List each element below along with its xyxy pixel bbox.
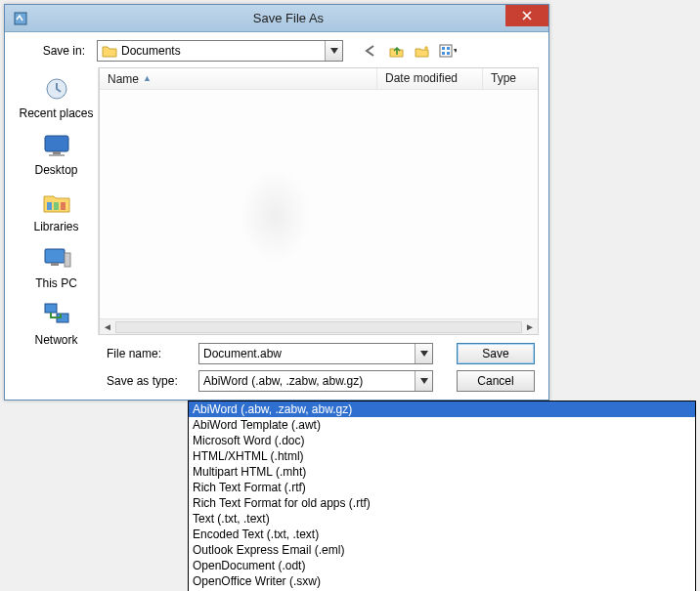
save-in-combo[interactable]: Documents [97, 40, 343, 62]
savetype-combo[interactable]: AbiWord (.abw, .zabw, abw.gz) [198, 370, 433, 392]
type-option[interactable]: AbiWord (.abw, .zabw, abw.gz) [189, 401, 695, 417]
bottom-controls: File name: Document.abw Save Save as typ… [15, 343, 539, 392]
up-folder-icon[interactable] [388, 42, 406, 60]
place-desktop[interactable]: Desktop [18, 126, 96, 181]
type-option[interactable]: Encoded Text (.txt, .text) [189, 527, 695, 542]
scroll-track[interactable] [115, 321, 522, 333]
libraries-icon [41, 187, 72, 218]
place-libraries[interactable]: Libraries [18, 183, 96, 237]
place-label: Recent places [19, 106, 93, 120]
close-button[interactable] [505, 5, 548, 26]
type-option[interactable]: Outlook Express Email (.eml) [189, 542, 695, 558]
filename-combo[interactable]: Document.abw [198, 343, 433, 364]
svg-rect-12 [61, 202, 66, 210]
savetype-dropdown-list[interactable]: AbiWord (.abw, .zabw, abw.gz) AbiWord Te… [188, 401, 696, 591]
places-sidebar: Recent places Desktop Libraries [15, 67, 99, 335]
place-thispc[interactable]: This PC [18, 239, 96, 294]
save-in-dropdown-button[interactable] [325, 41, 342, 61]
titlebar[interactable]: Save File As [5, 5, 548, 32]
svg-rect-2 [442, 47, 445, 50]
save-in-value: Documents [121, 44, 325, 58]
svg-rect-4 [442, 52, 445, 55]
svg-rect-5 [447, 52, 450, 55]
network-icon [41, 300, 72, 331]
column-headers: Name ▲ Date modified Type [100, 68, 538, 90]
place-label: This PC [35, 276, 77, 290]
documents-folder-icon [102, 43, 117, 59]
new-folder-icon[interactable] [414, 42, 431, 60]
horizontal-scrollbar[interactable]: ◄ ► [100, 318, 538, 334]
filename-row: File name: Document.abw Save [15, 343, 539, 364]
svg-rect-9 [49, 154, 65, 156]
svg-rect-11 [54, 202, 59, 210]
window-title: Save File As [28, 11, 548, 25]
file-list-body[interactable] [100, 90, 538, 318]
save-in-row: Save in: Documents [15, 40, 539, 62]
type-option[interactable]: Multipart HTML (.mht) [189, 464, 695, 480]
cancel-button[interactable]: Cancel [457, 370, 535, 392]
save-button[interactable]: Save [457, 343, 535, 364]
svg-rect-14 [51, 263, 59, 266]
svg-rect-13 [45, 249, 65, 263]
type-option[interactable]: Text (.txt, .text) [189, 511, 695, 527]
scroll-right-arrow[interactable]: ► [522, 321, 538, 332]
svg-rect-10 [47, 202, 52, 210]
scroll-left-arrow[interactable]: ◄ [100, 321, 115, 332]
type-option[interactable]: Microsoft Word (.doc) [189, 433, 695, 448]
savetype-value: AbiWord (.abw, .zabw, abw.gz) [199, 374, 415, 388]
sort-asc-icon: ▲ [143, 73, 152, 83]
desktop-icon [41, 130, 72, 161]
svg-rect-8 [53, 151, 61, 154]
back-arrow-icon[interactable] [363, 42, 380, 60]
savetype-row: Save as type: AbiWord (.abw, .zabw, abw.… [15, 370, 539, 392]
column-type[interactable]: Type [483, 68, 538, 89]
type-option[interactable]: OpenDocument (.odt) [189, 558, 695, 573]
svg-rect-3 [447, 47, 450, 50]
app-icon [13, 11, 28, 26]
recent-places-icon [41, 73, 72, 105]
type-option[interactable]: OpenOffice Writer (.sxw) [189, 573, 695, 589]
svg-rect-1 [440, 45, 452, 57]
svg-rect-7 [45, 136, 68, 151]
svg-rect-15 [65, 253, 70, 267]
file-list-area: Name ▲ Date modified Type ◄ ► [99, 67, 539, 335]
column-date[interactable]: Date modified [377, 68, 483, 89]
column-name[interactable]: Name ▲ [100, 68, 377, 89]
save-file-dialog: Save File As Save in: Documents [4, 4, 549, 401]
place-recent[interactable]: Recent places [18, 69, 96, 124]
views-icon[interactable] [439, 42, 457, 60]
body: Recent places Desktop Libraries [15, 67, 539, 335]
this-pc-icon [41, 243, 72, 274]
nav-icons [363, 42, 457, 60]
type-option[interactable]: AbiWord Template (.awt) [189, 417, 695, 433]
save-in-label: Save in: [15, 44, 91, 58]
filename-value[interactable]: Document.abw [199, 347, 415, 360]
savetype-dropdown-button[interactable] [415, 371, 432, 391]
place-label: Libraries [33, 220, 78, 233]
client-area: Save in: Documents [5, 32, 548, 400]
type-option[interactable]: HTML/XHTML (.html) [189, 448, 695, 464]
type-option[interactable]: Rich Text Format (.rtf) [189, 480, 695, 495]
svg-rect-16 [45, 304, 57, 313]
filename-label: File name: [107, 347, 191, 360]
filename-dropdown-button[interactable] [415, 344, 432, 363]
savetype-label: Save as type: [107, 374, 191, 388]
type-option[interactable]: Rich Text Format for old apps (.rtf) [189, 495, 695, 511]
place-label: Desktop [34, 163, 77, 177]
